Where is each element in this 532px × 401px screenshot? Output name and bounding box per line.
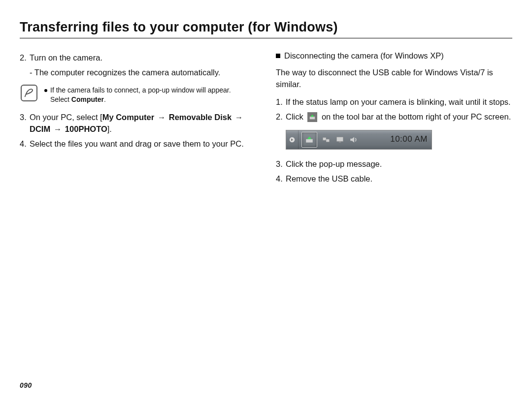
page-title: Transferring files to your computer (for… bbox=[20, 20, 512, 35]
volume-tray-icon bbox=[348, 134, 360, 146]
document-page: Transferring files to your computer (for… bbox=[0, 0, 532, 401]
title-rule bbox=[20, 38, 512, 38]
note-line-2-bold: Computer bbox=[71, 95, 104, 103]
step3-b3: DCIM bbox=[30, 124, 50, 133]
step-number: 4. bbox=[276, 173, 286, 185]
s2-pre: Click bbox=[286, 112, 303, 121]
svg-rect-3 bbox=[323, 137, 326, 140]
step-number: 2. bbox=[276, 111, 286, 123]
square-bullet-icon bbox=[276, 54, 280, 58]
s2-post: on the tool bar at the bottom right of y… bbox=[322, 112, 511, 121]
step-text: Turn on the camera. bbox=[30, 52, 102, 64]
step3-pre: On your PC, select [ bbox=[30, 113, 102, 122]
right-step-4: 4. Remove the USB cable. bbox=[276, 173, 512, 185]
note-line-2-post: . bbox=[104, 95, 106, 103]
arrow-icon: → bbox=[235, 112, 243, 123]
bullet-icon bbox=[44, 89, 47, 92]
left-step-2-sub: - The computer recognizes the camera aut… bbox=[20, 67, 256, 79]
safely-remove-hardware-icon bbox=[307, 112, 317, 122]
note-box: If the camera fails to connect, a pop-up… bbox=[20, 85, 256, 105]
left-step-2: 2. Turn on the camera. bbox=[20, 52, 256, 64]
step-text: Click on the tool bar at the bottom righ… bbox=[286, 111, 511, 123]
step3-b1: My Computer bbox=[102, 113, 154, 122]
note-line-2-pre: Select bbox=[50, 95, 71, 103]
intro-text: The way to disconnect the USB cable for … bbox=[276, 67, 512, 91]
svg-rect-5 bbox=[336, 137, 343, 141]
arrow-icon: → bbox=[158, 112, 166, 123]
two-column-layout: 2. Turn on the camera. - The computer re… bbox=[20, 50, 512, 187]
step3-b2: Removable Disk bbox=[169, 113, 232, 122]
left-step-3: 3. On your PC, select [My Computer → Rem… bbox=[20, 112, 256, 135]
left-step-4: 4. Select the files you want and drag or… bbox=[20, 138, 256, 150]
step-text: Select the files you want and drag or sa… bbox=[30, 138, 244, 150]
note-line-1: If the camera fails to connect, a pop-up… bbox=[50, 86, 231, 94]
safely-remove-hardware-tray-icon bbox=[301, 132, 317, 148]
step-number: 3. bbox=[276, 158, 286, 170]
subsection-heading: Disconnecting the camera (for Windows XP… bbox=[276, 50, 512, 62]
step-number: 2. bbox=[20, 52, 30, 64]
left-column: 2. Turn on the camera. - The computer re… bbox=[20, 50, 256, 187]
svg-rect-2 bbox=[306, 139, 313, 142]
dash: - bbox=[30, 68, 33, 77]
step-text: If the status lamp on your camera is bli… bbox=[286, 96, 511, 108]
step-number: 1. bbox=[276, 96, 286, 108]
right-step-2: 2. Click on the tool bar at the bottom r… bbox=[276, 111, 512, 123]
right-step-3: 3. Click the pop-up message. bbox=[276, 158, 512, 170]
taskbar-expand-icon bbox=[286, 130, 299, 149]
taskbar-tray-icons bbox=[299, 130, 361, 149]
page-number: 090 bbox=[20, 381, 32, 389]
sub-text: The computer recognizes the camera autom… bbox=[34, 68, 221, 77]
step-number: 4. bbox=[20, 138, 30, 150]
step-text: On your PC, select [My Computer → Remova… bbox=[30, 112, 256, 135]
network-tray-icon bbox=[320, 134, 332, 146]
step-text: Remove the USB cable. bbox=[286, 173, 372, 185]
windows-taskbar-graphic: 10:00 AM bbox=[286, 130, 432, 150]
right-step-1: 1. If the status lamp on your camera is … bbox=[276, 96, 512, 108]
step3-b4: 100PHOTO bbox=[65, 124, 107, 133]
subsection-title: Disconnecting the camera (for Windows XP… bbox=[284, 51, 444, 60]
display-tray-icon bbox=[334, 134, 346, 146]
note-text: If the camera fails to connect, a pop-up… bbox=[44, 85, 231, 105]
arrow-icon: → bbox=[54, 123, 62, 135]
svg-rect-4 bbox=[326, 139, 330, 142]
step3-post: ]. bbox=[107, 124, 112, 133]
step-text: Click the pop-up message. bbox=[286, 158, 382, 170]
svg-rect-6 bbox=[339, 141, 341, 142]
note-icon bbox=[21, 85, 37, 101]
step-number: 3. bbox=[20, 112, 30, 135]
right-column: Disconnecting the camera (for Windows XP… bbox=[276, 50, 512, 187]
taskbar-clock: 10:00 AM bbox=[361, 133, 432, 146]
svg-rect-0 bbox=[310, 117, 315, 119]
